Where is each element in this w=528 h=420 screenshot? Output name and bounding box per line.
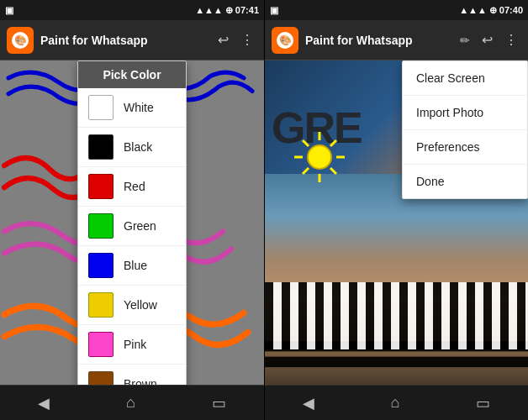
color-item-yellow[interactable]: Yellow: [78, 286, 186, 325]
time-right: 07:40: [499, 5, 523, 15]
nav-bar-right: ◀ ⌂ ▭: [265, 385, 528, 420]
right-panel: ▣ ▲▲▲ ⊕ 07:40 🎨 Paint for Whatsapp ✏ ↩ ⋮…: [264, 0, 528, 420]
color-label-black: Black: [124, 140, 152, 154]
color-swatch-red: [88, 174, 114, 199]
action-bar-left: 🎨 Paint for Whatsapp ↩ ⋮: [0, 20, 264, 60]
paint-palette-icon-right: 🎨: [277, 32, 293, 49]
app-indicator-right: ▣: [270, 5, 278, 16]
dropdown-item-done[interactable]: Done: [403, 165, 527, 198]
dropdown-item-clear-screen[interactable]: Clear Screen: [403, 61, 527, 96]
wifi-icon: ⊕: [225, 5, 233, 16]
color-item-pink[interactable]: Pink: [78, 325, 186, 365]
action-bar-icons-right: ✏ ↩ ⋮: [457, 29, 521, 51]
status-bar-right-section: ▲▲▲ ⊕ 07:41: [195, 5, 259, 16]
color-label-yellow: Yellow: [124, 298, 157, 312]
undo-icon[interactable]: ↩: [214, 29, 232, 51]
color-swatch-yellow: [88, 292, 114, 318]
stripes-area: [265, 282, 528, 349]
signal-icon: ▲▲▲: [195, 5, 223, 15]
pencil-icon[interactable]: ✏: [457, 30, 473, 50]
home-nav-icon-right[interactable]: ⌂: [381, 389, 410, 417]
color-picker-dropdown[interactable]: Pick Color WhiteBlackRedGreenBlueYellowP…: [77, 60, 187, 385]
color-item-blue[interactable]: Blue: [78, 246, 186, 286]
color-item-red[interactable]: Red: [78, 167, 186, 207]
action-bar-icons-left: ↩ ⋮: [214, 29, 257, 51]
dropdown-menu[interactable]: Clear Screen Import Photo Preferences Do…: [402, 60, 528, 199]
app-indicator: ▣: [5, 5, 13, 16]
recent-nav-icon[interactable]: ▭: [202, 389, 236, 417]
color-label-blue: Blue: [124, 259, 147, 272]
color-swatch-brown: [88, 371, 114, 385]
color-label-white: White: [124, 101, 154, 114]
app-icon-left: 🎨: [7, 27, 34, 54]
color-item-brown[interactable]: Brown: [78, 365, 186, 385]
signal-icon-right: ▲▲▲: [459, 5, 487, 15]
home-nav-icon[interactable]: ⌂: [116, 389, 145, 417]
app-icon-right: 🎨: [272, 27, 298, 54]
dropdown-item-preferences[interactable]: Preferences: [403, 130, 527, 165]
back-nav-icon[interactable]: ◀: [28, 389, 60, 417]
color-swatch-pink: [88, 332, 114, 357]
color-item-green[interactable]: Green: [78, 207, 186, 246]
action-bar-right: 🎨 Paint for Whatsapp ✏ ↩ ⋮: [265, 20, 528, 60]
status-bar-left: ▣ ▲▲▲ ⊕ 07:41: [0, 0, 264, 20]
color-item-black[interactable]: Black: [78, 128, 186, 167]
canvas-area-left[interactable]: Pick Color WhiteBlackRedGreenBlueYellowP…: [0, 60, 264, 385]
color-item-white[interactable]: White: [78, 88, 186, 128]
color-swatch-blue: [88, 253, 114, 278]
status-bar-right: ▣ ▲▲▲ ⊕ 07:40: [265, 0, 528, 20]
app-title-right: Paint for Whatsapp: [305, 34, 450, 47]
status-bar-left-section: ▣: [5, 5, 13, 16]
wifi-icon-right: ⊕: [489, 5, 497, 16]
color-swatch-green: [88, 213, 114, 239]
recent-nav-icon-right[interactable]: ▭: [466, 389, 500, 417]
color-label-green: Green: [124, 219, 156, 233]
app-title-left: Paint for Whatsapp: [40, 34, 208, 47]
paint-palette-icon: 🎨: [12, 32, 29, 49]
color-swatch-white: [88, 95, 114, 120]
overflow-menu-icon-left[interactable]: ⋮: [237, 29, 257, 51]
nav-bar-left: ◀ ⌂ ▭: [0, 385, 264, 420]
undo-icon-right[interactable]: ↩: [478, 29, 496, 51]
status-bar-right-left: ▣: [270, 5, 278, 16]
back-nav-icon-right[interactable]: ◀: [293, 389, 325, 417]
color-label-brown: Brown: [124, 377, 157, 385]
overflow-menu-icon-right[interactable]: ⋮: [501, 29, 521, 51]
color-swatch-black: [88, 134, 114, 160]
canvas-area-right[interactable]: GRE Clear Screen Import Photo: [265, 60, 528, 385]
color-list: WhiteBlackRedGreenBlueYellowPinkBrownOra…: [78, 88, 186, 385]
color-label-pink: Pink: [124, 338, 146, 351]
color-picker-header: Pick Color: [78, 61, 186, 88]
time-left: 07:41: [235, 5, 259, 15]
svg-rect-10: [265, 357, 528, 368]
dropdown-item-import-photo[interactable]: Import Photo: [403, 96, 527, 130]
color-label-red: Red: [124, 180, 145, 193]
status-bar-right-right: ▲▲▲ ⊕ 07:40: [459, 5, 523, 16]
left-panel: ▣ ▲▲▲ ⊕ 07:41 🎨 Paint for Whatsapp ↩ ⋮: [0, 0, 264, 420]
